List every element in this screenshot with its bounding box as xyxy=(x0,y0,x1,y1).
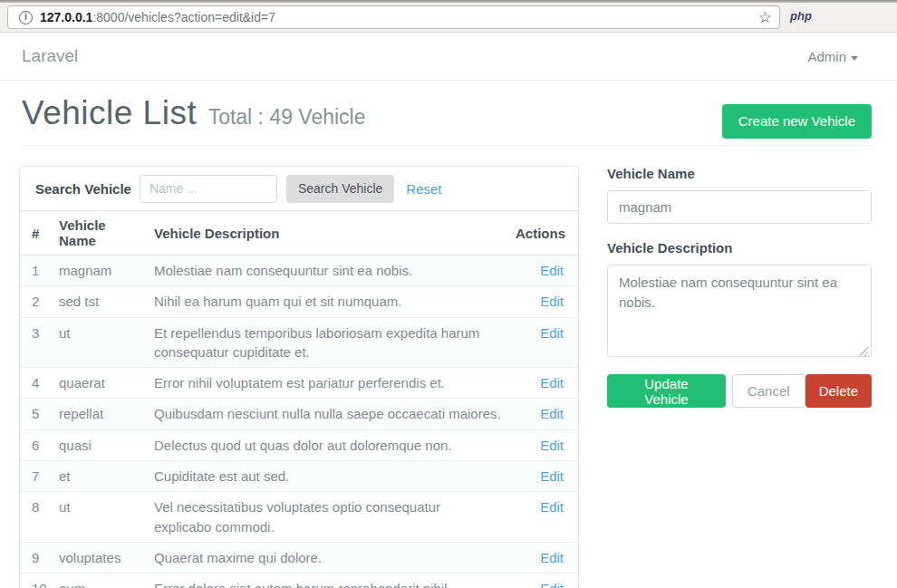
search-label: Search Vehicle xyxy=(35,181,131,197)
actions-cell: Edit xyxy=(508,461,578,492)
vehicle-edit-form: Vehicle Name Vehicle Description Molesti… xyxy=(607,166,872,408)
vehicle-name-cell: repellat xyxy=(52,399,147,429)
row-number-cell: 5 xyxy=(20,399,52,429)
textarea-resize-handle[interactable] xyxy=(860,347,869,356)
edit-link[interactable]: Edit xyxy=(540,581,564,588)
col-header-name: Vehicle Name xyxy=(52,211,147,255)
address-bar[interactable]: i 127.0.0.1:8000/vehicles?action=edit&id… xyxy=(7,5,780,29)
vehicle-table-body: 1magnamMolestiae nam consequuntur sint e… xyxy=(20,255,578,588)
vehicle-description-cell: Et repellendus temporibus laboriosam exp… xyxy=(147,317,508,368)
reset-link[interactable]: Reset xyxy=(406,181,441,197)
vehicle-description-wrap: Molestiae nam consequuntur sint ea nobis… xyxy=(607,265,872,361)
vehicle-name-cell: sed tst xyxy=(52,286,147,317)
caret-down-icon xyxy=(851,56,858,61)
table-header-row: # Vehicle Name Vehicle Description Actio… xyxy=(20,211,578,255)
vehicle-description-cell: Cupiditate est aut sed. xyxy=(147,461,508,492)
table-row: 5repellatQuibusdam nesciunt nulla nulla … xyxy=(20,399,578,429)
window-top-strip xyxy=(0,0,897,3)
browser-chrome: i 127.0.0.1:8000/vehicles?action=edit&id… xyxy=(0,0,897,33)
row-number-cell: 2 xyxy=(20,286,52,317)
edit-link[interactable]: Edit xyxy=(540,468,564,484)
bookmark-star-icon[interactable]: ☆ xyxy=(758,8,772,27)
url-text[interactable]: 127.0.0.1:8000/vehicles?action=edit&id=7 xyxy=(40,10,751,24)
edit-link[interactable]: Edit xyxy=(540,263,564,278)
url-path: :8000/vehicles?action=edit&id=7 xyxy=(92,10,275,24)
row-number-cell: 3 xyxy=(20,317,52,368)
edit-link[interactable]: Edit xyxy=(540,325,564,341)
table-row: 4quaeratError nihil voluptatem est paria… xyxy=(20,368,578,399)
update-vehicle-button[interactable]: Update Vehicle xyxy=(607,374,726,408)
table-row: 3utEt repellendus temporibus laboriosam … xyxy=(20,317,578,368)
row-number-cell: 6 xyxy=(20,429,52,460)
row-number-cell: 8 xyxy=(20,492,52,543)
search-button[interactable]: Search Vehicle xyxy=(286,175,394,203)
vehicle-description-cell: Error dolore sint autem harum reprehende… xyxy=(147,574,508,588)
actions-cell: Edit xyxy=(508,542,578,573)
vehicle-description-cell: Quibusdam nesciunt nulla nulla saepe occ… xyxy=(147,399,508,429)
vehicle-description-cell: Nihil ea harum quam qui et sit numquam. xyxy=(147,286,508,317)
actions-cell: Edit xyxy=(508,492,578,543)
vehicle-name-cell: magnam xyxy=(52,255,147,286)
url-host: 127.0.0.1 xyxy=(40,10,92,24)
page-title: Vehicle List xyxy=(22,94,197,131)
col-header-description: Vehicle Description xyxy=(147,211,508,255)
edit-link[interactable]: Edit xyxy=(540,438,564,453)
table-row: 9voluptatesQuaerat maxime qui dolore.Edi… xyxy=(20,542,578,573)
vehicle-name-cell: voluptates xyxy=(52,542,147,573)
delete-button[interactable]: Delete xyxy=(805,374,872,408)
row-number-cell: 4 xyxy=(20,368,52,399)
vehicle-description-label: Vehicle Description xyxy=(607,240,872,255)
vehicle-description-cell: Molestiae nam consequuntur sint ea nobis… xyxy=(147,255,508,286)
actions-cell: Edit xyxy=(508,255,578,286)
navbar: Laravel Admin xyxy=(0,33,897,81)
header-divider xyxy=(22,145,875,146)
brand-link[interactable]: Laravel xyxy=(22,46,78,66)
col-header-actions: Actions xyxy=(508,211,578,255)
cancel-button[interactable]: Cancel xyxy=(732,374,805,408)
actions-cell: Edit xyxy=(508,574,578,588)
bookmark-php[interactable]: php xyxy=(790,9,812,23)
create-new-vehicle-button[interactable]: Create new Vehicle xyxy=(722,104,872,139)
actions-cell: Edit xyxy=(508,368,578,399)
vehicle-table: # Vehicle Name Vehicle Description Actio… xyxy=(20,211,578,588)
row-number-cell: 7 xyxy=(20,461,52,492)
edit-link[interactable]: Edit xyxy=(540,406,564,421)
vehicle-name-cell: quaerat xyxy=(52,368,147,399)
vehicle-description-cell: Error nihil voluptatem est pariatur perf… xyxy=(147,368,508,399)
vehicle-description-textarea[interactable]: Molestiae nam consequuntur sint ea nobis… xyxy=(607,265,872,357)
site-info-icon[interactable]: i xyxy=(19,11,33,24)
vehicle-name-cell: ut xyxy=(52,492,147,543)
vehicle-name-cell: et xyxy=(52,461,147,492)
vehicle-name-cell: eum xyxy=(52,574,147,588)
actions-cell: Edit xyxy=(508,399,578,429)
vehicle-description-cell: Quaerat maxime qui dolore. xyxy=(147,542,508,573)
actions-cell: Edit xyxy=(508,317,578,368)
row-number-cell: 1 xyxy=(20,255,52,286)
edit-link[interactable]: Edit xyxy=(540,294,564,309)
table-row: 7etCupiditate est aut sed.Edit xyxy=(20,461,578,492)
actions-cell: Edit xyxy=(508,286,578,317)
edit-link[interactable]: Edit xyxy=(540,499,564,515)
search-form: Search Vehicle Search Vehicle Reset xyxy=(20,167,578,211)
table-row: 2sed tstNihil ea harum quam qui et sit n… xyxy=(20,286,578,317)
vehicle-description-cell: Delectus quod ut quas dolor aut doloremq… xyxy=(147,429,508,460)
form-buttons: Update Vehicle Cancel Delete xyxy=(607,374,872,408)
vehicle-name-cell: quasi xyxy=(52,429,147,460)
row-number-cell: 9 xyxy=(20,542,52,573)
admin-dropdown[interactable]: Admin xyxy=(807,49,872,64)
row-number-cell: 10 xyxy=(20,574,52,588)
page-subtitle: Total : 49 Vehicle xyxy=(208,105,366,129)
search-input[interactable] xyxy=(140,175,277,203)
vehicle-name-label: Vehicle Name xyxy=(607,166,872,181)
table-row: 6quasiDelectus quod ut quas dolor aut do… xyxy=(20,429,578,460)
table-row: 1magnamMolestiae nam consequuntur sint e… xyxy=(20,255,578,286)
admin-dropdown-label: Admin xyxy=(807,49,846,64)
table-row: 8utVel necessitatibus voluptates optio c… xyxy=(20,492,578,543)
vehicle-name-cell: ut xyxy=(52,317,147,368)
edit-link[interactable]: Edit xyxy=(540,550,564,565)
vehicle-description-cell: Vel necessitatibus voluptates optio cons… xyxy=(147,492,508,543)
edit-link[interactable]: Edit xyxy=(540,375,564,390)
actions-cell: Edit xyxy=(508,429,578,460)
vehicle-name-input[interactable] xyxy=(607,190,872,224)
table-row: 10eumError dolore sint autem harum repre… xyxy=(20,574,578,588)
